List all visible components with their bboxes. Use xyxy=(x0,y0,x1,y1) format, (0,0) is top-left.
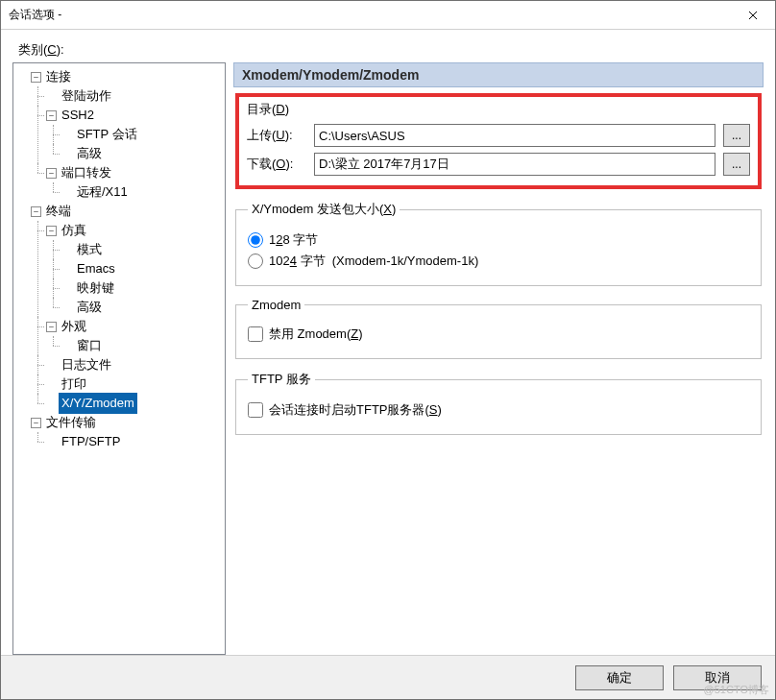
tree-node-window[interactable]: 窗口 xyxy=(74,335,105,356)
tree-node-appearance[interactable]: 外观 xyxy=(59,316,89,337)
session-options-dialog: 会话选项 - 类别(C): −连接 登陆动作 −SSH2 xyxy=(0,0,776,700)
tree-node-logfile[interactable]: 日志文件 xyxy=(59,354,114,375)
tree-node-connection[interactable]: 连接 xyxy=(43,66,74,87)
dialog-button-bar: 确定 取消 xyxy=(1,655,775,699)
packet-size-legend: X/Ymodem 发送包大小(X) xyxy=(248,201,400,218)
tree-toggle[interactable]: − xyxy=(31,72,41,83)
tree-toggle[interactable]: − xyxy=(46,168,57,179)
tftp-start-checkbox[interactable] xyxy=(248,402,263,418)
packet-size-group: X/Ymodem 发送包大小(X) 128 字节 1024 字节 (Xmodem… xyxy=(235,201,762,286)
upload-path-input[interactable] xyxy=(314,124,715,147)
tree-toggle[interactable]: − xyxy=(31,418,41,428)
tree-node-xyzmodem[interactable]: X/Y/Zmodem xyxy=(59,393,137,414)
tree-node-mode[interactable]: 模式 xyxy=(74,239,105,260)
ok-button[interactable]: 确定 xyxy=(575,665,664,690)
tree-node-filetransfer[interactable]: 文件传输 xyxy=(43,412,99,433)
tree-toggle[interactable]: − xyxy=(46,226,57,236)
upload-label: 上传(U): xyxy=(247,127,308,144)
tree-toggle[interactable]: − xyxy=(31,206,41,217)
tree-node-mapkey[interactable]: 映射键 xyxy=(74,278,117,299)
directory-group-title: 目录(D) xyxy=(247,101,750,118)
category-tree[interactable]: −连接 登陆动作 −SSH2 SFTP 会话 高级 xyxy=(12,62,226,655)
tree-node-portfwd[interactable]: 端口转发 xyxy=(59,162,114,183)
upload-browse-button[interactable]: ... xyxy=(723,124,750,147)
tree-node-x11[interactable]: 远程/X11 xyxy=(74,181,131,203)
titlebar: 会话选项 - xyxy=(1,1,775,30)
zmodem-group: Zmodem 禁用 Zmodem(Z) xyxy=(235,298,762,359)
tree-node-sftp[interactable]: SFTP 会话 xyxy=(74,124,140,145)
tree-node-emacs[interactable]: Emacs xyxy=(74,258,118,279)
tree-toggle[interactable]: − xyxy=(46,322,57,332)
radio-1024[interactable]: 1024 字节 (Xmodem-1k/Ymodem-1k) xyxy=(248,253,749,270)
tftp-start[interactable]: 会话连接时启动TFTP服务器(S) xyxy=(248,401,749,419)
tree-node-terminal[interactable]: 终端 xyxy=(43,201,74,222)
zmodem-disable-checkbox[interactable] xyxy=(248,326,263,342)
tree-node-ftpsftp[interactable]: FTP/SFTP xyxy=(59,431,123,452)
tree-node-ssh2[interactable]: SSH2 xyxy=(59,105,97,126)
radio-128-input[interactable] xyxy=(248,232,263,248)
panel-header: Xmodem/Ymodem/Zmodem xyxy=(233,62,764,87)
download-path-input[interactable] xyxy=(314,153,715,176)
close-button[interactable] xyxy=(731,1,775,30)
close-icon xyxy=(748,11,758,20)
download-browse-button[interactable]: ... xyxy=(723,153,750,176)
tftp-legend: TFTP 服务 xyxy=(248,371,315,388)
tree-node-emulation[interactable]: 仿真 xyxy=(59,220,89,241)
tree-toggle[interactable]: − xyxy=(46,110,57,121)
directory-group-highlighted: 目录(D) 上传(U): ... 下载(O): ... xyxy=(235,93,762,189)
radio-128[interactable]: 128 字节 xyxy=(248,231,749,249)
radio-1024-input[interactable] xyxy=(248,253,263,269)
zmodem-disable[interactable]: 禁用 Zmodem(Z) xyxy=(248,326,749,343)
download-label: 下载(O): xyxy=(247,156,308,173)
tree-node-advanced2[interactable]: 高级 xyxy=(74,297,105,318)
cancel-button[interactable]: 取消 xyxy=(673,665,762,690)
tree-node-advanced[interactable]: 高级 xyxy=(74,143,105,164)
window-title: 会话选项 - xyxy=(9,7,731,23)
zmodem-legend: Zmodem xyxy=(248,298,304,312)
tftp-group: TFTP 服务 会话连接时启动TFTP服务器(S) xyxy=(235,371,762,435)
category-label: 类别(C): xyxy=(18,41,764,59)
tree-node-print[interactable]: 打印 xyxy=(59,374,89,395)
tree-node-login[interactable]: 登陆动作 xyxy=(59,85,114,107)
